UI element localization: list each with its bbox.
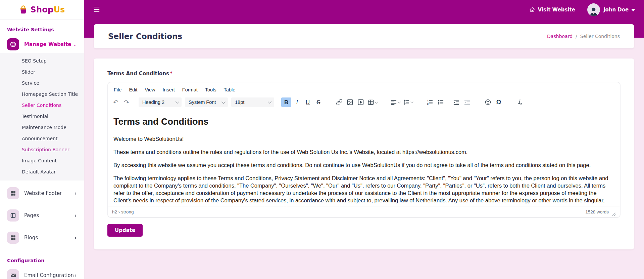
font-family-select[interactable]: System Font xyxy=(185,97,228,107)
menu-edit[interactable]: Edit xyxy=(126,85,141,94)
chevron-down-icon xyxy=(175,100,179,104)
chevron-down-icon xyxy=(398,100,401,104)
menu-view[interactable]: View xyxy=(141,85,158,94)
bullet-list-icon xyxy=(437,99,444,106)
editor-field-label: Terms And Conditions* xyxy=(107,71,621,77)
columns-icon xyxy=(7,209,19,222)
page-title-card: Seller Conditions Dashboard / Seller Con… xyxy=(94,24,634,48)
rich-text-editor: File Edit View Insert Format Tools Table… xyxy=(107,82,621,218)
sidebar-item-testimonial[interactable]: Testimonial xyxy=(0,111,84,122)
resize-grip-icon[interactable] xyxy=(612,212,616,216)
sidebar-section-website-settings: Website Settings xyxy=(0,19,84,36)
outdent-button[interactable] xyxy=(462,97,472,107)
content-paragraph: These terms and conditions outline the r… xyxy=(113,148,614,156)
clear-formatting-button[interactable] xyxy=(514,97,525,107)
strikethrough-button[interactable]: S xyxy=(313,97,324,107)
envelope-icon xyxy=(7,269,19,279)
grid-icon xyxy=(7,232,19,244)
sidebar-item-homepage-section-title[interactable]: Homepage Section Title xyxy=(0,88,84,99)
italic-button[interactable]: I xyxy=(292,97,302,107)
editor-toolbar: ↶ ↷ Heading 2 System Font 18pt B I U S xyxy=(108,95,620,109)
element-path[interactable]: h2 › strong xyxy=(112,209,134,214)
sidebar-item-label: Email Configuration xyxy=(24,272,75,278)
manage-website-submenu: SEO Setup Slider Service Homepage Sectio… xyxy=(0,53,84,181)
page-title: Seller Conditions xyxy=(108,32,182,41)
chevron-down-icon xyxy=(410,100,414,104)
menu-tools[interactable]: Tools xyxy=(202,85,220,94)
clear-formatting-icon xyxy=(516,99,523,106)
sidebar-item-website-footer[interactable]: Website Footer › xyxy=(0,185,84,202)
emoticons-button[interactable] xyxy=(483,97,493,107)
font-size-select[interactable]: 18pt xyxy=(231,97,274,107)
line-height-icon xyxy=(403,99,410,106)
bold-button[interactable]: B xyxy=(281,97,291,107)
line-height-button[interactable] xyxy=(402,97,414,107)
bullet-list-button[interactable] xyxy=(436,97,446,107)
sidebar-item-seo-setup[interactable]: SEO Setup xyxy=(0,55,84,66)
editor-menubar: File Edit View Insert Format Tools Table xyxy=(108,82,620,95)
sidebar-item-seller-conditions[interactable]: Seller Conditions xyxy=(0,99,84,111)
sidebar-item-email-configuration[interactable]: Email Configuration › xyxy=(0,267,84,279)
smiley-icon xyxy=(485,99,491,106)
sidebar-item-blogs[interactable]: Blogs › xyxy=(0,229,84,246)
undo-button[interactable]: ↶ xyxy=(111,97,121,107)
special-character-button[interactable]: Ω xyxy=(494,97,504,107)
sidebar-item-subscription-banner[interactable]: Subscription Banner xyxy=(0,144,84,155)
topbar: ☰ Visit Website John Doe ▼ xyxy=(84,0,644,19)
indent-button[interactable] xyxy=(451,97,461,107)
sidebar-item-manage-website[interactable]: Manage Website ⌄ xyxy=(0,36,84,53)
sidebar-item-slider[interactable]: Slider xyxy=(0,66,84,77)
insert-table-button[interactable] xyxy=(366,97,379,107)
sidebar-item-default-avatar[interactable]: Default Avatar xyxy=(0,166,84,177)
chevron-down-icon xyxy=(375,100,378,104)
underline-button[interactable]: U xyxy=(303,97,313,107)
align-button[interactable] xyxy=(389,97,401,107)
svg-text:2: 2 xyxy=(427,103,429,105)
menu-insert[interactable]: Insert xyxy=(159,85,178,94)
insert-media-button[interactable] xyxy=(356,97,366,107)
sidebar-item-label: Website Footer xyxy=(24,190,75,196)
visit-website-link[interactable]: Visit Website xyxy=(529,7,575,13)
menu-table[interactable]: Table xyxy=(220,85,239,94)
content-paragraph: Welcome to WebSolutionUs! xyxy=(113,135,614,143)
sidebar-item-image-content[interactable]: Image Content xyxy=(0,155,84,166)
logo-text: ShopUs xyxy=(30,5,65,14)
sidebar-item-pages[interactable]: Pages › xyxy=(0,207,84,224)
chevron-right-icon: › xyxy=(75,212,76,219)
redo-button[interactable]: ↷ xyxy=(121,97,132,107)
breadcrumb: Dashboard / Seller Conditions xyxy=(547,34,620,39)
user-menu-caret-icon[interactable]: ▼ xyxy=(631,8,635,12)
sidebar: ShopUs Website Settings Manage Website ⌄… xyxy=(0,0,84,279)
block-format-select[interactable]: Heading 2 xyxy=(139,97,182,107)
sidebar-item-maintenance-mode[interactable]: Maintenance Mode xyxy=(0,122,84,133)
seller-conditions-form-card: Terms And Conditions* File Edit View Ins… xyxy=(94,58,634,249)
sidebar-item-label: Manage Website xyxy=(24,41,73,47)
ordered-list-icon: 1 2 xyxy=(427,99,433,106)
insert-link-button[interactable] xyxy=(334,97,344,107)
indent-icon xyxy=(453,99,460,106)
avatar[interactable] xyxy=(587,3,600,16)
breadcrumb-current: Seller Conditions xyxy=(580,34,620,39)
menu-format[interactable]: Format xyxy=(179,85,201,94)
chevron-right-icon: › xyxy=(75,234,76,241)
sidebar-item-announcement[interactable]: Announcement xyxy=(0,133,84,144)
content-heading: Terms and Conditions xyxy=(113,117,614,127)
visit-website-label: Visit Website xyxy=(538,7,575,13)
app-logo[interactable]: ShopUs xyxy=(0,0,84,19)
update-button[interactable]: Update xyxy=(107,224,143,237)
table-icon xyxy=(367,99,374,106)
editor-content[interactable]: Terms and Conditions Welcome to WebSolut… xyxy=(108,109,620,206)
sidebar-item-service[interactable]: Service xyxy=(0,77,84,88)
word-count[interactable]: 1528 words xyxy=(585,209,609,214)
editor-statusbar: h2 › strong 1528 words xyxy=(108,206,620,217)
breadcrumb-dashboard-link[interactable]: Dashboard xyxy=(547,34,573,39)
hamburger-menu-icon[interactable]: ☰ xyxy=(93,6,100,13)
chevron-right-icon: › xyxy=(75,272,76,279)
numbered-list-button[interactable]: 1 2 xyxy=(425,97,435,107)
content-paragraph: By accessing this website we assume you … xyxy=(113,161,614,169)
menu-file[interactable]: File xyxy=(110,85,125,94)
insert-image-button[interactable] xyxy=(345,97,355,107)
user-name[interactable]: John Doe xyxy=(603,7,629,13)
required-asterisk: * xyxy=(170,71,172,77)
sidebar-item-label: Blogs xyxy=(24,235,75,241)
